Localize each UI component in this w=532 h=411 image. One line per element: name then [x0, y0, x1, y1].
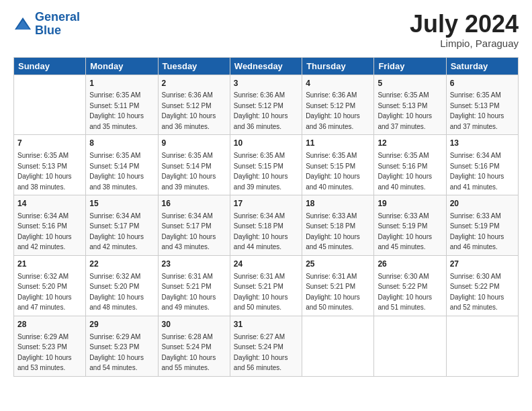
day-info: Sunrise: 6:35 AMSunset: 5:14 PMDaylight:… [89, 152, 144, 191]
cell-week5-day0: 28 Sunrise: 6:29 AMSunset: 5:23 PMDaylig… [14, 316, 86, 376]
day-number: 13 [450, 138, 515, 149]
week-row-5: 28 Sunrise: 6:29 AMSunset: 5:23 PMDaylig… [14, 316, 519, 376]
cell-week4-day3: 24 Sunrise: 6:31 AMSunset: 5:21 PMDaylig… [230, 255, 302, 316]
day-number: 31 [234, 319, 298, 330]
cell-week2-day5: 12 Sunrise: 6:35 AMSunset: 5:16 PMDaylig… [374, 135, 446, 195]
day-info: Sunrise: 6:35 AMSunset: 5:15 PMDaylight:… [306, 152, 360, 191]
cell-week3-day5: 19 Sunrise: 6:33 AMSunset: 5:19 PMDaylig… [374, 195, 446, 256]
day-number: 3 [234, 78, 298, 89]
day-number: 24 [234, 259, 298, 270]
day-number: 26 [378, 259, 442, 270]
cell-week5-day1: 29 Sunrise: 6:29 AMSunset: 5:23 PMDaylig… [86, 316, 158, 376]
day-info: Sunrise: 6:35 AMSunset: 5:11 PMDaylight:… [89, 91, 144, 130]
calendar-table: Sunday Monday Tuesday Wednesday Thursday… [13, 57, 519, 377]
cell-week4-day1: 22 Sunrise: 6:32 AMSunset: 5:20 PMDaylig… [86, 255, 158, 316]
cell-week3-day4: 18 Sunrise: 6:33 AMSunset: 5:18 PMDaylig… [302, 195, 374, 256]
day-info: Sunrise: 6:34 AMSunset: 5:16 PMDaylight:… [17, 212, 72, 251]
header-monday: Monday [86, 57, 158, 75]
cell-week1-day0 [14, 75, 86, 135]
cell-week2-day2: 9 Sunrise: 6:35 AMSunset: 5:14 PMDayligh… [158, 135, 230, 195]
day-info: Sunrise: 6:36 AMSunset: 5:12 PMDaylight:… [234, 91, 288, 130]
day-info: Sunrise: 6:27 AMSunset: 5:24 PMDaylight:… [234, 333, 288, 372]
day-number: 30 [162, 319, 226, 330]
cell-week5-day6 [446, 316, 518, 376]
cell-week2-day0: 7 Sunrise: 6:35 AMSunset: 5:13 PMDayligh… [14, 135, 86, 195]
day-number: 9 [162, 138, 226, 149]
day-number: 1 [89, 78, 154, 89]
day-number: 8 [89, 138, 154, 149]
cell-week2-day1: 8 Sunrise: 6:35 AMSunset: 5:14 PMDayligh… [86, 135, 158, 195]
day-info: Sunrise: 6:32 AMSunset: 5:20 PMDaylight:… [17, 273, 72, 312]
logo-icon [13, 16, 32, 32]
cell-week1-day1: 1 Sunrise: 6:35 AMSunset: 5:11 PMDayligh… [86, 75, 158, 135]
day-number: 16 [162, 198, 226, 210]
day-number: 14 [17, 198, 82, 210]
cell-week5-day3: 31 Sunrise: 6:27 AMSunset: 5:24 PMDaylig… [230, 316, 302, 376]
cell-week1-day4: 4 Sunrise: 6:36 AMSunset: 5:12 PMDayligh… [302, 75, 374, 135]
day-number: 11 [306, 138, 370, 149]
logo-line2: Blue [35, 24, 61, 37]
day-info: Sunrise: 6:32 AMSunset: 5:20 PMDaylight:… [89, 273, 144, 312]
day-number: 15 [89, 198, 154, 210]
day-info: Sunrise: 6:35 AMSunset: 5:13 PMDaylight:… [378, 91, 432, 130]
day-info: Sunrise: 6:35 AMSunset: 5:13 PMDaylight:… [17, 152, 72, 191]
cell-week5-day4 [302, 316, 374, 376]
day-info: Sunrise: 6:36 AMSunset: 5:12 PMDaylight:… [162, 91, 216, 130]
day-number: 19 [378, 198, 442, 210]
day-number: 18 [306, 198, 370, 210]
cell-week2-day3: 10 Sunrise: 6:35 AMSunset: 5:15 PMDaylig… [230, 135, 302, 195]
cell-week1-day6: 6 Sunrise: 6:35 AMSunset: 5:13 PMDayligh… [446, 75, 518, 135]
cell-week5-day2: 30 Sunrise: 6:28 AMSunset: 5:24 PMDaylig… [158, 316, 230, 376]
cell-week5-day5 [374, 316, 446, 376]
day-number: 28 [17, 319, 82, 330]
logo: General Blue [13, 11, 80, 38]
cell-week3-day1: 15 Sunrise: 6:34 AMSunset: 5:17 PMDaylig… [86, 195, 158, 256]
cell-week4-day6: 27 Sunrise: 6:30 AMSunset: 5:22 PMDaylig… [446, 255, 518, 316]
week-row-3: 14 Sunrise: 6:34 AMSunset: 5:16 PMDaylig… [14, 195, 519, 256]
day-number: 27 [450, 259, 515, 270]
day-number: 5 [378, 78, 442, 89]
day-info: Sunrise: 6:35 AMSunset: 5:15 PMDaylight:… [234, 152, 288, 191]
day-number: 17 [234, 198, 298, 210]
week-row-2: 7 Sunrise: 6:35 AMSunset: 5:13 PMDayligh… [14, 135, 519, 195]
header-saturday: Saturday [446, 57, 518, 75]
day-info: Sunrise: 6:35 AMSunset: 5:14 PMDaylight:… [162, 152, 216, 191]
day-number: 25 [306, 259, 370, 270]
cell-week2-day6: 13 Sunrise: 6:34 AMSunset: 5:16 PMDaylig… [446, 135, 518, 195]
day-info: Sunrise: 6:31 AMSunset: 5:21 PMDaylight:… [162, 273, 216, 312]
cell-week3-day0: 14 Sunrise: 6:34 AMSunset: 5:16 PMDaylig… [14, 195, 86, 256]
cell-week3-day3: 17 Sunrise: 6:34 AMSunset: 5:18 PMDaylig… [230, 195, 302, 256]
day-number: 12 [378, 138, 442, 149]
header: General Blue July 2024 Limpio, Paraguay [13, 11, 519, 49]
page-container: General Blue July 2024 Limpio, Paraguay … [0, 0, 532, 385]
day-info: Sunrise: 6:31 AMSunset: 5:21 PMDaylight:… [234, 273, 288, 312]
cell-week1-day2: 2 Sunrise: 6:36 AMSunset: 5:12 PMDayligh… [158, 75, 230, 135]
day-info: Sunrise: 6:35 AMSunset: 5:13 PMDaylight:… [450, 91, 504, 130]
title-block: July 2024 Limpio, Paraguay [410, 11, 519, 49]
cell-week4-day2: 23 Sunrise: 6:31 AMSunset: 5:21 PMDaylig… [158, 255, 230, 316]
header-friday: Friday [374, 57, 446, 75]
day-info: Sunrise: 6:30 AMSunset: 5:22 PMDaylight:… [378, 273, 432, 312]
day-info: Sunrise: 6:30 AMSunset: 5:22 PMDaylight:… [450, 273, 504, 312]
day-number: 29 [89, 319, 154, 330]
day-number: 6 [450, 78, 515, 89]
day-number: 21 [17, 259, 82, 270]
cell-week4-day4: 25 Sunrise: 6:31 AMSunset: 5:21 PMDaylig… [302, 255, 374, 316]
cell-week4-day5: 26 Sunrise: 6:30 AMSunset: 5:22 PMDaylig… [374, 255, 446, 316]
cell-week2-day4: 11 Sunrise: 6:35 AMSunset: 5:15 PMDaylig… [302, 135, 374, 195]
logo-line1: General [35, 10, 80, 24]
day-info: Sunrise: 6:34 AMSunset: 5:18 PMDaylight:… [234, 212, 288, 251]
cell-week3-day2: 16 Sunrise: 6:34 AMSunset: 5:17 PMDaylig… [158, 195, 230, 256]
day-info: Sunrise: 6:35 AMSunset: 5:16 PMDaylight:… [378, 152, 432, 191]
cell-week4-day0: 21 Sunrise: 6:32 AMSunset: 5:20 PMDaylig… [14, 255, 86, 316]
day-info: Sunrise: 6:33 AMSunset: 5:19 PMDaylight:… [450, 212, 504, 251]
day-info: Sunrise: 6:36 AMSunset: 5:12 PMDaylight:… [306, 91, 360, 130]
week-row-1: 1 Sunrise: 6:35 AMSunset: 5:11 PMDayligh… [14, 75, 519, 135]
logo-text: General Blue [35, 11, 80, 38]
location: Limpio, Paraguay [410, 38, 519, 49]
day-info: Sunrise: 6:34 AMSunset: 5:17 PMDaylight:… [89, 212, 144, 251]
cell-week1-day5: 5 Sunrise: 6:35 AMSunset: 5:13 PMDayligh… [374, 75, 446, 135]
day-info: Sunrise: 6:29 AMSunset: 5:23 PMDaylight:… [89, 333, 144, 372]
month-year: July 2024 [410, 11, 519, 38]
day-number: 20 [450, 198, 515, 210]
